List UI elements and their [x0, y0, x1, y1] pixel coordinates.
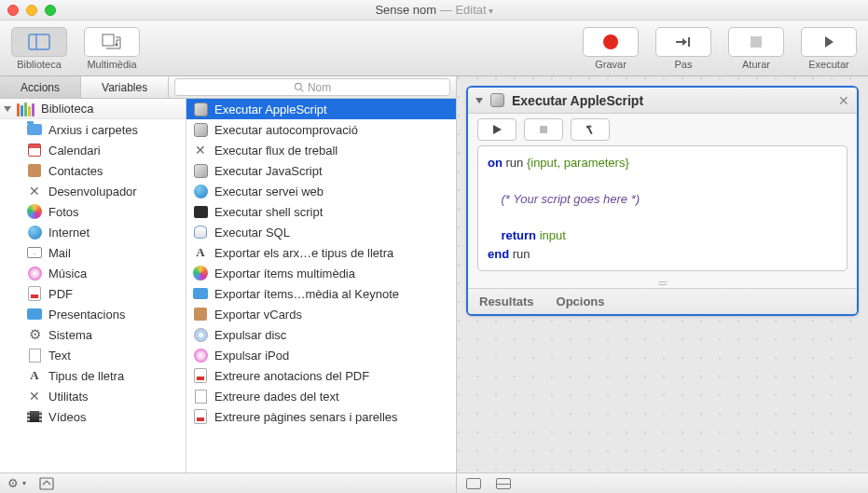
- action-item[interactable]: Expulsar disc: [186, 324, 456, 345]
- library-item[interactable]: ATipus de lletra: [0, 365, 186, 386]
- action-item-label: Extreure anotacions del PDF: [214, 369, 369, 383]
- video-icon: [26, 408, 43, 425]
- options-tab[interactable]: Opcions: [557, 294, 605, 308]
- library-item[interactable]: Mail: [0, 242, 186, 263]
- script-stop-button[interactable]: [524, 118, 563, 141]
- action-item[interactable]: Expulsar iPod: [186, 345, 456, 365]
- step-button[interactable]: [655, 27, 711, 57]
- library-item[interactable]: Música: [0, 263, 186, 283]
- action-item-label: Executar JavaScript: [214, 164, 323, 178]
- disclosure-triangle-icon[interactable]: [475, 98, 483, 103]
- script-icon: [192, 121, 209, 138]
- view-mode-single-icon[interactable]: [466, 478, 481, 489]
- library-item[interactable]: Contactes: [0, 160, 186, 181]
- record-button[interactable]: [583, 27, 639, 57]
- workflow-footer: [457, 472, 868, 493]
- action-item[interactable]: AExportar els arx…e tipus de lletra: [186, 242, 456, 263]
- action-item[interactable]: Executar JavaScript: [186, 160, 456, 181]
- step-icon: [674, 35, 693, 48]
- action-item-label: Expulsar disc: [214, 328, 286, 342]
- library-footer: ⚙▾: [0, 472, 456, 493]
- library-item[interactable]: Presentacions: [0, 304, 186, 324]
- script-editor[interactable]: on run {input, parameters} (* Your scrip…: [477, 145, 847, 271]
- disclosure-triangle-icon[interactable]: [4, 106, 11, 112]
- library-item[interactable]: Fotos: [0, 201, 186, 222]
- library-item[interactable]: Vídeos: [0, 406, 186, 427]
- run-button[interactable]: [801, 27, 857, 57]
- library-item[interactable]: Arxius i carpetes: [0, 119, 186, 140]
- action-item[interactable]: Executar SQL: [186, 222, 456, 242]
- action-item[interactable]: Executar shell script: [186, 201, 456, 222]
- action-card-header[interactable]: Executar AppleScript ✕: [468, 88, 857, 114]
- library-item[interactable]: Text: [0, 345, 186, 365]
- chevron-down-icon[interactable]: ▾: [489, 6, 493, 16]
- results-tab[interactable]: Resultats: [479, 294, 534, 308]
- action-item[interactable]: Executar autocomprovació: [186, 119, 456, 140]
- svg-line-6: [300, 89, 303, 92]
- library-item-label: Arxius i carpetes: [48, 123, 138, 137]
- library-icon: [17, 102, 37, 116]
- action-item[interactable]: Extreure anotacions del PDF: [186, 365, 456, 386]
- library-toggle-button[interactable]: [11, 27, 67, 57]
- expand-icon[interactable]: [39, 477, 54, 490]
- action-card-run-applescript: Executar AppleScript ✕ on run {input, pa…: [466, 86, 859, 316]
- library-item[interactable]: PDF: [0, 283, 186, 304]
- media-button[interactable]: [84, 27, 140, 57]
- tab-variables[interactable]: Variables: [81, 76, 169, 98]
- minimize-window-button[interactable]: [26, 5, 37, 16]
- script-compile-button[interactable]: [571, 118, 610, 141]
- library-item-label: Utilitats: [48, 390, 89, 404]
- font-icon: A: [192, 244, 209, 261]
- font-icon: A: [26, 367, 43, 384]
- action-item[interactable]: Executar AppleScript: [186, 99, 456, 119]
- search-icon: [294, 82, 304, 92]
- view-mode-split-icon[interactable]: [496, 478, 511, 489]
- step-button-label: Pas: [675, 59, 693, 70]
- keynote-icon: [26, 306, 43, 322]
- globe-icon: [192, 183, 209, 199]
- mail-icon: [26, 244, 43, 261]
- action-item[interactable]: Exportar ítems multimèdia: [186, 263, 456, 283]
- library-item-label: Desenvolupador: [48, 185, 137, 199]
- action-item[interactable]: Extreure pàgines senars i parelles: [186, 406, 456, 427]
- action-item[interactable]: Exportar vCards: [186, 304, 456, 324]
- action-item-label: Executar SQL: [214, 226, 290, 240]
- script-play-button[interactable]: [477, 118, 517, 141]
- library-header-label: Biblioteca: [41, 102, 93, 116]
- library-header-row[interactable]: Biblioteca: [0, 99, 186, 119]
- stop-button[interactable]: [728, 27, 784, 57]
- library-item[interactable]: Calendari: [0, 140, 186, 160]
- actions-list: Executar AppleScriptExecutar autocomprov…: [186, 99, 456, 472]
- music-icon: [26, 265, 43, 281]
- chevron-down-icon[interactable]: ▾: [22, 479, 26, 487]
- photo-icon: [26, 203, 43, 220]
- action-item[interactable]: Exportar ítems…mèdia al Keynote: [186, 283, 456, 304]
- library-item[interactable]: Internet: [0, 222, 186, 242]
- library-panel: Accions Variables Nom Biblioteca Arxius …: [0, 76, 457, 493]
- stop-button-label: Aturar: [742, 59, 770, 70]
- search-input[interactable]: Nom: [174, 78, 450, 96]
- media-button-label: Multimèdia: [87, 59, 136, 70]
- window-titlebar: Sense nom — Editat▾: [0, 0, 868, 21]
- close-window-button[interactable]: [7, 5, 19, 16]
- library-item[interactable]: ✕Utilitats: [0, 386, 186, 406]
- zoom-window-button[interactable]: [45, 5, 56, 16]
- library-item[interactable]: ✕Desenvolupador: [0, 181, 186, 201]
- library-item-label: Fotos: [48, 205, 79, 219]
- resize-handle[interactable]: [468, 279, 857, 288]
- action-item[interactable]: Executar servei web: [186, 181, 456, 201]
- action-item[interactable]: Extreure dades del text: [186, 386, 456, 406]
- traffic-lights: [7, 5, 56, 16]
- gear-icon[interactable]: ⚙: [7, 476, 19, 490]
- library-item[interactable]: ⚙Sistema: [0, 324, 186, 345]
- action-item-label: Executar autocomprovació: [214, 123, 358, 137]
- text-icon: [192, 388, 209, 404]
- workflow-canvas[interactable]: Executar AppleScript ✕ on run {input, pa…: [457, 76, 868, 493]
- close-icon[interactable]: ✕: [838, 93, 849, 108]
- tab-actions[interactable]: Accions: [0, 76, 81, 98]
- action-item-label: Executar shell script: [214, 205, 323, 219]
- disc-icon: [192, 326, 209, 343]
- text-icon: [26, 347, 43, 363]
- action-item[interactable]: ✕Executar flux de treball: [186, 140, 456, 160]
- record-button-label: Gravar: [595, 59, 627, 70]
